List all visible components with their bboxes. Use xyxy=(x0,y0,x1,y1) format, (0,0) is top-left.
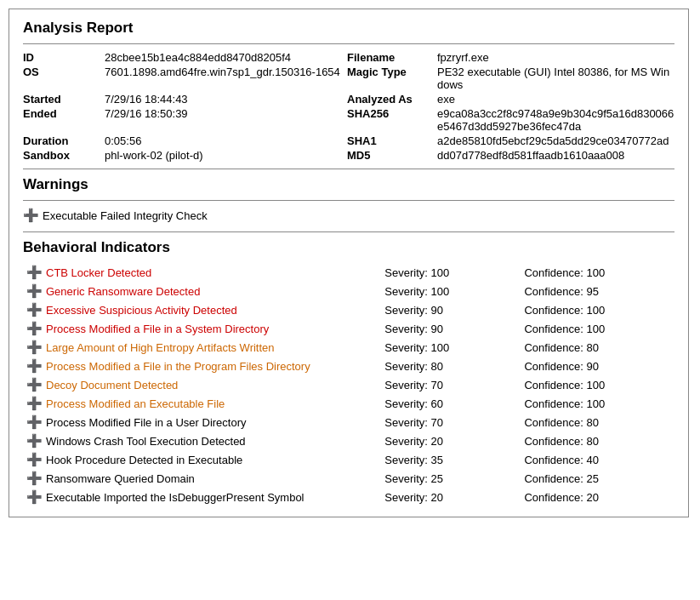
sandbox-value: phl-work-02 (pilot-d) xyxy=(105,149,342,162)
os-value: 7601.1898.amd64fre.win7sp1_gdr.150316-16… xyxy=(105,66,342,91)
behavioral-row: ➕ Windows Crash Tool Execution Detected … xyxy=(23,431,674,450)
warning-item: ➕Executable Failed Integrity Check xyxy=(23,208,674,223)
severity-cell: Severity: 90 xyxy=(381,319,521,338)
indicator-label[interactable]: Large Amount of High Entropy Artifacts W… xyxy=(46,341,275,354)
severity-cell: Severity: 25 xyxy=(381,469,521,488)
indicator-plus-icon: ➕ xyxy=(26,396,43,411)
indicator-name[interactable]: ➕ Excessive Suspicious Activity Detected xyxy=(26,302,378,317)
confidence-cell: Confidence: 90 xyxy=(521,357,674,375)
warning-plus-icon: ➕ xyxy=(23,208,39,223)
indicator-label[interactable]: Windows Crash Tool Execution Detected xyxy=(46,435,246,448)
indicator-label[interactable]: Hook Procedure Detected in Executable xyxy=(46,454,242,466)
indicator-label[interactable]: Process Modified an Executable File xyxy=(46,397,225,410)
confidence-cell: Confidence: 100 xyxy=(521,394,674,413)
warnings-title: Warnings xyxy=(23,176,674,193)
indicator-label[interactable]: Process Modified File in a User Director… xyxy=(46,416,247,429)
indicator-plus-icon: ➕ xyxy=(26,377,43,392)
severity-cell: Severity: 35 xyxy=(381,450,521,469)
sha1-label: SHA1 xyxy=(347,134,432,147)
indicator-label[interactable]: Ransomware Queried Domain xyxy=(46,472,195,485)
md5-value: dd07d778edf8d581ffaadb1610aaa008 xyxy=(437,149,674,162)
behavioral-row: ➕ Process Modified a File in the Program… xyxy=(23,357,674,375)
indicator-name[interactable]: ➕ Windows Crash Tool Execution Detected xyxy=(26,433,378,449)
ended-value: 7/29/16 18:50:39 xyxy=(105,107,342,133)
severity-cell: Severity: 60 xyxy=(381,394,521,413)
confidence-cell: Confidence: 80 xyxy=(521,338,674,357)
confidence-cell: Confidence: 100 xyxy=(521,375,674,394)
indicator-plus-icon: ➕ xyxy=(26,414,43,430)
behavioral-section: Behavioral Indicators ➕ CTB Locker Detec… xyxy=(23,239,674,506)
indicator-label[interactable]: CTB Locker Detected xyxy=(46,266,151,279)
indicator-name[interactable]: ➕ CTB Locker Detected xyxy=(26,265,378,280)
indicator-label[interactable]: Process Modified a File in the Program F… xyxy=(46,360,310,373)
magic-type-label: Magic Type xyxy=(347,66,432,91)
indicator-name[interactable]: ➕ Hook Procedure Detected in Executable xyxy=(26,452,378,467)
report-container: Analysis Report ID 28cbee15b1ea4c884edd8… xyxy=(9,9,689,517)
indicator-label[interactable]: Generic Ransomware Detected xyxy=(46,285,200,298)
started-label: Started xyxy=(23,93,100,106)
severity-cell: Severity: 100 xyxy=(381,263,521,282)
sha1-value: a2de85810fd5ebcf29c5da5dd29ce03470772ad xyxy=(437,134,674,147)
behavioral-row: ➕ Hook Procedure Detected in Executable … xyxy=(23,450,674,469)
confidence-cell: Confidence: 20 xyxy=(521,488,674,506)
indicator-name[interactable]: ➕ Process Modified File in a User Direct… xyxy=(26,414,378,430)
indicator-plus-icon: ➕ xyxy=(26,358,43,374)
indicator-label[interactable]: Process Modified a File in a System Dire… xyxy=(46,323,269,335)
indicator-name[interactable]: ➕ Process Modified a File in the Program… xyxy=(26,358,378,374)
indicator-plus-icon: ➕ xyxy=(26,433,43,449)
behavioral-row: ➕ Process Modified File in a User Direct… xyxy=(23,413,674,431)
indicator-plus-icon: ➕ xyxy=(26,265,43,280)
confidence-cell: Confidence: 40 xyxy=(521,450,674,469)
indicator-plus-icon: ➕ xyxy=(26,283,43,299)
indicator-name[interactable]: ➕ Process Modified an Executable File xyxy=(26,396,378,411)
behavioral-row: ➕ Process Modified an Executable File Se… xyxy=(23,394,674,413)
confidence-cell: Confidence: 80 xyxy=(521,431,674,450)
severity-cell: Severity: 100 xyxy=(381,338,521,357)
indicator-name[interactable]: ➕ Process Modified a File in a System Di… xyxy=(26,321,378,336)
severity-cell: Severity: 70 xyxy=(381,413,521,431)
severity-cell: Severity: 70 xyxy=(381,375,521,394)
indicator-plus-icon: ➕ xyxy=(26,489,43,505)
os-label: OS xyxy=(23,66,100,91)
severity-cell: Severity: 100 xyxy=(381,282,521,300)
warnings-section: Warnings ➕Executable Failed Integrity Ch… xyxy=(23,176,674,223)
warning-text: Executable Failed Integrity Check xyxy=(43,209,208,222)
indicator-name[interactable]: ➕ Generic Ransomware Detected xyxy=(26,283,378,299)
confidence-cell: Confidence: 95 xyxy=(521,282,674,300)
report-title: Analysis Report xyxy=(23,20,674,37)
confidence-cell: Confidence: 100 xyxy=(521,319,674,338)
indicator-name[interactable]: ➕ Large Amount of High Entropy Artifacts… xyxy=(26,340,378,355)
indicator-name[interactable]: ➕ Decoy Document Detected xyxy=(26,377,378,392)
behavioral-row: ➕ Large Amount of High Entropy Artifacts… xyxy=(23,338,674,357)
indicator-plus-icon: ➕ xyxy=(26,452,43,467)
info-grid: ID 28cbee15b1ea4c884edd8470d8205f4 Filen… xyxy=(23,51,674,162)
behavioral-table: ➕ CTB Locker Detected Severity: 100 Conf… xyxy=(23,263,674,506)
behavioral-row: ➕ Ransomware Queried Domain Severity: 25… xyxy=(23,469,674,488)
severity-cell: Severity: 80 xyxy=(381,357,521,375)
indicator-name[interactable]: ➕ Ransomware Queried Domain xyxy=(26,471,378,486)
started-value: 7/29/16 18:44:43 xyxy=(105,93,342,106)
indicator-label[interactable]: Excessive Suspicious Activity Detected xyxy=(46,304,237,317)
indicator-plus-icon: ➕ xyxy=(26,321,43,336)
indicator-plus-icon: ➕ xyxy=(26,340,43,355)
behavioral-row: ➕ Excessive Suspicious Activity Detected… xyxy=(23,300,674,319)
ended-label: Ended xyxy=(23,107,100,133)
filename-label: Filename xyxy=(347,51,432,64)
sandbox-label: Sandbox xyxy=(23,149,100,162)
indicator-name[interactable]: ➕ Executable Imported the IsDebuggerPres… xyxy=(26,489,378,505)
sha256-value: e9ca08a3cc2f8c9748a9e9b304c9f5a16d830066… xyxy=(437,107,674,133)
id-value: 28cbee15b1ea4c884edd8470d8205f4 xyxy=(105,51,342,64)
analyzed-as-label: Analyzed As xyxy=(347,93,432,106)
indicator-label[interactable]: Decoy Document Detected xyxy=(46,379,178,391)
confidence-cell: Confidence: 80 xyxy=(521,413,674,431)
filename-value: fpzryrf.exe xyxy=(437,51,674,64)
behavioral-row: ➕ Decoy Document Detected Severity: 70 C… xyxy=(23,375,674,394)
sha256-label: SHA256 xyxy=(347,107,432,133)
indicator-label[interactable]: Executable Imported the IsDebuggerPresen… xyxy=(46,491,304,504)
behavioral-title: Behavioral Indicators xyxy=(23,239,674,256)
md5-label: MD5 xyxy=(347,149,432,162)
behavioral-row: ➕ Executable Imported the IsDebuggerPres… xyxy=(23,488,674,506)
duration-label: Duration xyxy=(23,134,100,147)
magic-type-value: PE32 executable (GUI) Intel 80386, for M… xyxy=(437,66,674,91)
confidence-cell: Confidence: 100 xyxy=(521,263,674,282)
